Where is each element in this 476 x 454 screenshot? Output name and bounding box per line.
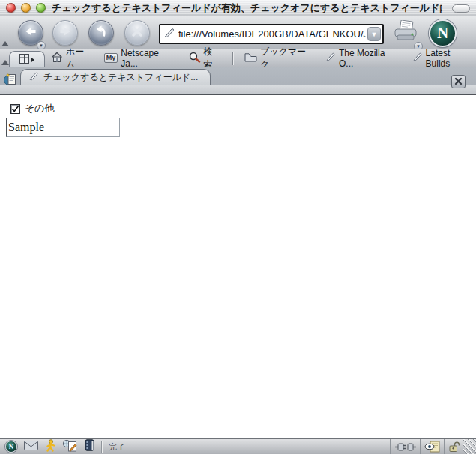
new-tab-icon [4, 73, 17, 86]
sample-text-field[interactable] [6, 118, 120, 137]
unlocked-padlock-icon [448, 441, 460, 453]
toolbar-item-mozilla-org[interactable]: The Mozilla O... [325, 48, 401, 69]
tab-label: チェックするとテキストフィールド... [43, 71, 198, 84]
netscape-logo[interactable]: N [429, 19, 457, 47]
zoom-window-button[interactable] [36, 3, 46, 13]
checkbox-row[interactable]: その他 [10, 102, 55, 115]
toolbar-toggle-widget[interactable] [452, 4, 470, 13]
personal-toolbar: ホーム My Netscape Ja... 検索 [0, 49, 476, 67]
checkmark-icon [11, 105, 19, 113]
bookmark-quill-icon [325, 52, 336, 64]
reload-arrow-icon [94, 24, 109, 42]
search-icon [189, 52, 201, 65]
navigator-icon[interactable]: N [5, 441, 17, 453]
security-button[interactable] [444, 439, 463, 454]
reload-button[interactable] [88, 20, 114, 46]
dropdown-arrow-icon [31, 58, 34, 62]
url-bookmark-quill-icon [163, 27, 175, 42]
close-window-button[interactable] [6, 3, 16, 13]
window-title: チェックするとテキストフィールドが有効、チェックオフにするとテキストフィールド内… [52, 1, 442, 15]
toolbar-item-label: Netscape Ja... [121, 48, 177, 69]
back-arrow-icon [23, 24, 38, 42]
toolbar-item-label: Latest Builds [426, 48, 476, 69]
composer-icon[interactable] [62, 439, 77, 454]
tab-bookmark-quill-icon [28, 71, 39, 85]
folder-icon [244, 52, 257, 64]
minimize-window-button[interactable] [21, 3, 31, 13]
toolbar-collapse-grippy[interactable] [1, 60, 9, 65]
url-input[interactable] [175, 28, 367, 40]
personal-toolbar-items: ホーム My Netscape Ja... 検索 [51, 49, 476, 67]
close-x-icon [454, 75, 463, 88]
new-tab-button[interactable] [3, 72, 18, 87]
forward-arrow-icon [58, 24, 73, 42]
toolbar-collapse-grippy[interactable] [1, 41, 9, 46]
toolbar-item-label: The Mozilla O... [339, 48, 401, 69]
statusbar-right [390, 439, 476, 454]
status-text: 完了 [102, 441, 125, 453]
tab-strip [0, 85, 476, 94]
window-resize-grip[interactable] [463, 439, 476, 454]
browser-window: チェックするとテキストフィールドが有効、チェックオフにするとテキストフィールド内… [0, 0, 476, 454]
address-book-icon[interactable] [84, 439, 94, 454]
plug-icon [395, 442, 416, 452]
my-netscape-icon: My [104, 53, 118, 63]
tab-bar: チェックするとテキストフィールド... [0, 67, 476, 95]
url-history-dropdown[interactable]: ▼ [367, 27, 381, 41]
page-content: その他 [0, 95, 476, 438]
navigation-toolbar: ▼ [0, 16, 476, 49]
title-bar[interactable]: チェックするとテキストフィールドが有効、チェックオフにするとテキストフィールド内… [0, 0, 476, 16]
url-bar: ▼ [159, 24, 384, 44]
status-bar: N [0, 438, 476, 454]
stop-button[interactable] [124, 20, 150, 46]
window-controls [0, 3, 46, 13]
cookie-manager-button[interactable] [420, 439, 444, 454]
active-tab[interactable]: チェックするとテキストフィールド... [20, 69, 211, 85]
toolbar-item-my-netscape[interactable]: My Netscape Ja... [104, 48, 178, 69]
grid-icon [19, 53, 29, 67]
bookmark-quill-icon [412, 52, 423, 64]
aim-icon[interactable] [45, 439, 55, 454]
forward-button[interactable] [52, 20, 78, 46]
checkbox[interactable] [10, 104, 20, 114]
close-tab-button[interactable] [451, 75, 466, 88]
offline-toggle[interactable] [390, 439, 420, 454]
stop-x-icon [130, 24, 145, 42]
mail-icon[interactable] [24, 440, 38, 453]
eye-document-icon [424, 441, 440, 453]
home-icon [51, 52, 63, 64]
checkbox-label: その他 [25, 102, 55, 115]
toolbar-grid-tab[interactable] [9, 51, 45, 67]
component-bar: N [0, 439, 94, 454]
toolbar-separator [232, 52, 233, 65]
toolbar-item-latest-builds[interactable]: Latest Builds [412, 48, 476, 69]
